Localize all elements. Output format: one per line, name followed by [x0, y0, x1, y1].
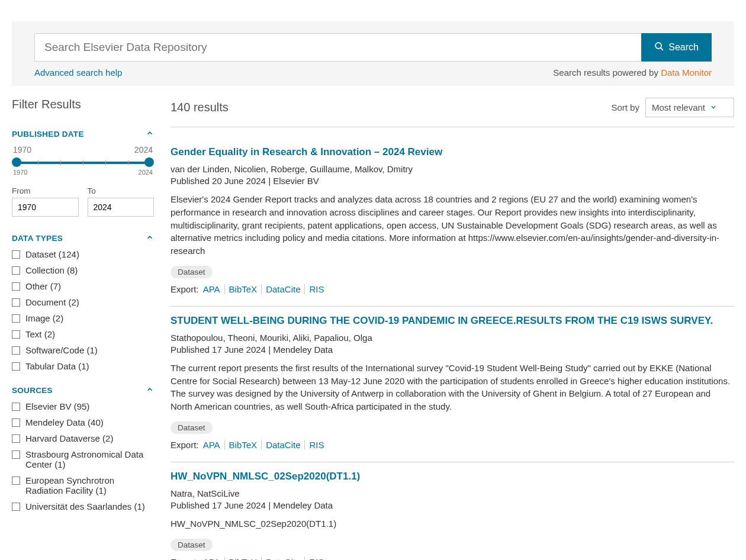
facet-item-label: Mendeley Data (40): [25, 417, 104, 427]
facet-checkbox-item[interactable]: Harvard Dataverse (2): [12, 433, 154, 443]
powered-by-prefix: Search results powered by: [553, 67, 661, 78]
results-header: 140 results Sort by Most relevant: [171, 98, 734, 127]
to-label: To: [88, 186, 155, 195]
checkbox-icon: [12, 403, 20, 411]
facet-data-types: DATA TYPES Dataset (124)Collection (8)Ot…: [12, 233, 154, 371]
dataset-badge: Dataset: [171, 539, 213, 551]
export-format-link[interactable]: APA: [201, 557, 225, 561]
slider-max-top: 2024: [134, 145, 153, 155]
checkbox-icon: [12, 314, 20, 323]
sort-control: Sort by Most relevant: [611, 98, 734, 117]
data-monitor-link[interactable]: Data Monitor: [661, 67, 712, 78]
result-published: Published 17 June 2024 | Mendeley Data: [171, 345, 734, 355]
result-title-link[interactable]: STUDENT WELL-BEING DURING THE COVID-19 P…: [171, 315, 734, 327]
export-format-link[interactable]: DataCite: [262, 284, 305, 294]
facet-checkbox-item[interactable]: Collection (8): [12, 265, 154, 275]
facet-header-label: DATA TYPES: [12, 234, 63, 243]
facet-header-sources[interactable]: SOURCES: [12, 385, 154, 395]
dataset-badge: Dataset: [171, 421, 213, 434]
facet-checkbox-item[interactable]: Other (7): [12, 281, 154, 291]
sort-value: Most relevant: [652, 102, 705, 112]
export-format-link[interactable]: BibTeX: [225, 284, 262, 294]
from-label: From: [12, 186, 79, 195]
export-format-link[interactable]: DataCite: [262, 557, 305, 561]
facet-sources: SOURCES Elsevier BV (95)Mendeley Data (4…: [12, 385, 154, 511]
export-format-link[interactable]: BibTeX: [225, 440, 262, 450]
facet-item-label: Universität des Saarlandes (1): [25, 501, 145, 511]
facet-item-label: Text (2): [25, 329, 55, 339]
sort-select[interactable]: Most relevant: [645, 98, 734, 117]
facet-checkbox-item[interactable]: Dataset (124): [12, 249, 154, 259]
search-input[interactable]: [34, 33, 641, 62]
powered-by-text: Search results powered by Data Monitor: [553, 67, 712, 78]
facet-checkbox-item[interactable]: Software/Code (1): [12, 345, 154, 355]
slider-track[interactable]: [15, 157, 150, 168]
export-format-link[interactable]: RIS: [305, 284, 328, 294]
checkbox-icon: [12, 503, 20, 511]
search-bar-container: Search Advanced search help Search resul…: [12, 21, 734, 86]
search-meta-row: Advanced search help Search results powe…: [34, 67, 712, 78]
export-format-link[interactable]: RIS: [305, 557, 328, 561]
export-format-link[interactable]: RIS: [305, 440, 328, 450]
facet-checkbox-item[interactable]: Strasbourg Astronomical Data Center (1): [12, 449, 154, 469]
result-authors: Natra, NatSciLive: [171, 488, 734, 498]
slider-bot-labels: 1970 2024: [12, 169, 154, 176]
export-label: Export:: [171, 440, 201, 450]
export-format-link[interactable]: BibTeX: [225, 557, 262, 561]
export-label: Export:: [171, 284, 201, 294]
checkbox-icon: [12, 330, 20, 339]
facet-item-label: Harvard Dataverse (2): [25, 433, 113, 443]
results-count: 140 results: [171, 101, 229, 114]
facet-checkbox-item[interactable]: Image (2): [12, 313, 154, 323]
facet-item-label: Dataset (124): [25, 249, 79, 259]
facet-checkbox-item[interactable]: Tabular Data (1): [12, 361, 154, 371]
result-description: Elsevier's 2024 Gender Report tracks and…: [171, 193, 734, 258]
facet-header-label: PUBLISHED DATE: [12, 130, 84, 139]
export-format-link[interactable]: DataCite: [262, 440, 305, 450]
from-input[interactable]: [12, 198, 79, 217]
result-authors: van der Linden, Nicolien, Roberge, Guill…: [171, 164, 734, 174]
facet-checkbox-item[interactable]: Elsevier BV (95): [12, 401, 154, 411]
facet-checkbox-item[interactable]: Universität des Saarlandes (1): [12, 501, 154, 511]
dataset-badge: Dataset: [171, 266, 213, 278]
slider-max-bot: 2024: [139, 169, 153, 176]
chevron-up-icon: [146, 129, 154, 139]
export-format-link[interactable]: APA: [201, 284, 225, 294]
facet-item-label: Document (2): [25, 297, 79, 307]
facet-checkbox-item[interactable]: European Synchrotron Radiation Facility …: [12, 475, 154, 495]
checkbox-icon: [12, 362, 20, 371]
result-description: HW_NoVPN_NMLSC_02Sep2020(DT1.1): [171, 517, 734, 530]
search-row: Search: [34, 33, 712, 62]
checkbox-icon: [12, 419, 20, 427]
result-item: HW_NoVPN_NMLSC_02Sep2020(DT1.1)Natra, Na…: [171, 462, 734, 560]
export-row: Export: APABibTeXDataCiteRIS: [171, 557, 734, 561]
chevron-down-icon: [710, 102, 717, 112]
export-format-link[interactable]: APA: [201, 440, 225, 450]
result-item: STUDENT WELL-BEING DURING THE COVID-19 P…: [171, 307, 734, 462]
result-published: Published 20 June 2024 | Elsevier BV: [171, 176, 734, 186]
facet-header-published-date[interactable]: PUBLISHED DATE: [12, 129, 154, 139]
svg-line-1: [661, 47, 663, 50]
date-slider[interactable]: 1970 2024 1970 2024: [12, 145, 154, 176]
date-range-inputs: From To: [12, 186, 154, 217]
facet-checkbox-item[interactable]: Document (2): [12, 297, 154, 307]
search-icon: [654, 41, 664, 54]
search-button-label: Search: [668, 42, 699, 53]
checkbox-icon: [12, 450, 20, 459]
slider-handle-max[interactable]: [144, 157, 154, 167]
result-title-link[interactable]: HW_NoVPN_NMLSC_02Sep2020(DT1.1): [171, 471, 734, 482]
facet-header-label: SOURCES: [12, 386, 53, 395]
checkbox-icon: [12, 250, 20, 259]
result-title-link[interactable]: Gender Equality in Research & Innovation…: [171, 146, 734, 158]
to-input[interactable]: [88, 198, 155, 217]
facet-checkbox-item[interactable]: Text (2): [12, 329, 154, 339]
checkbox-icon: [12, 298, 20, 307]
facet-header-data-types[interactable]: DATA TYPES: [12, 233, 154, 243]
slider-handle-min[interactable]: [12, 157, 21, 167]
advanced-search-link[interactable]: Advanced search help: [34, 67, 122, 78]
search-button[interactable]: Search: [641, 33, 712, 62]
facet-item-label: Other (7): [25, 281, 61, 291]
facet-item-label: Tabular Data (1): [25, 361, 89, 371]
facet-item-label: Elsevier BV (95): [25, 401, 89, 411]
facet-checkbox-item[interactable]: Mendeley Data (40): [12, 417, 154, 427]
